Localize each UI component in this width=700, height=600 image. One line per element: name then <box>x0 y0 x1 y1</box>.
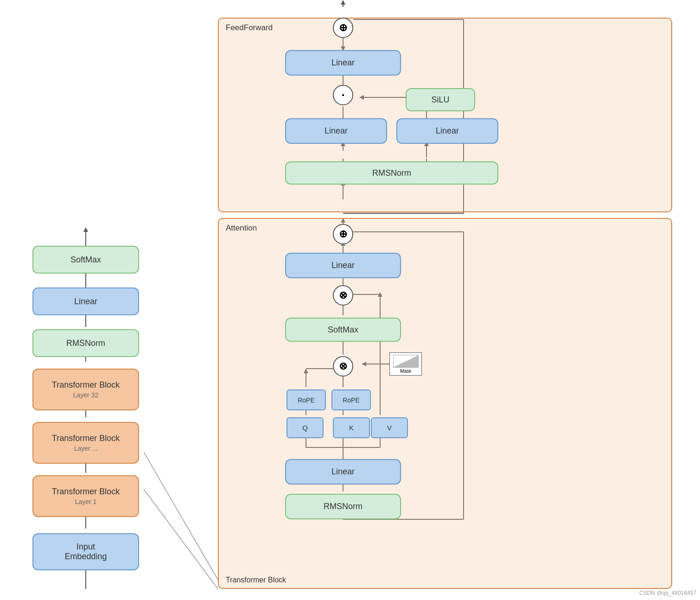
v-node: V <box>371 417 408 438</box>
k-label: K <box>349 424 354 432</box>
att-times2-circle: ⊗ <box>333 285 353 306</box>
ff-rmsnorm-node: RMSNorm <box>285 161 498 185</box>
ff-plus-symbol: ⊕ <box>339 22 347 34</box>
att-times2-symbol: ⊗ <box>339 289 347 301</box>
ff-linear-left-label: Linear <box>325 126 348 136</box>
att-softmax-label: SoftMax <box>328 325 358 335</box>
att-rmsnorm-node: RMSNorm <box>285 494 401 519</box>
ff-linear-right-node: Linear <box>396 118 498 144</box>
k-node: K <box>333 417 370 438</box>
att-linear-label: Linear <box>331 261 355 270</box>
svg-line-17 <box>144 489 218 589</box>
att-times1-symbol: ⊗ <box>339 360 347 372</box>
ff-silu-label: SiLU <box>431 95 449 105</box>
feedforward-label: FeedForward <box>226 23 273 32</box>
ff-plus-circle: ⊕ <box>333 18 353 38</box>
input-embedding-node: Input Embedding <box>32 533 139 570</box>
transformer-block-label: Transformer Block <box>226 576 286 584</box>
tb-dots-label: Transformer Block <box>52 433 120 444</box>
softmax-node: SoftMax <box>32 246 139 274</box>
att-linear-bottom-node: Linear <box>285 459 401 485</box>
tb1-label: Transformer Block <box>52 486 120 497</box>
rmsnorm-top-node: RMSNorm <box>32 329 139 357</box>
rope-q-node: RoPE <box>286 389 326 410</box>
ff-linear-top-label: Linear <box>331 58 355 68</box>
watermark: CSDN @qq_48016457 <box>639 590 696 596</box>
rmsnorm-top-label: RMSNorm <box>66 338 105 348</box>
ff-linear-right-label: Linear <box>436 126 459 136</box>
att-plus-symbol: ⊕ <box>339 228 347 240</box>
svg-marker-19 <box>341 0 345 5</box>
attention-label: Attention <box>226 223 257 233</box>
ff-silu-node: SiLU <box>406 88 475 111</box>
ff-linear-top-node: Linear <box>285 50 401 76</box>
tb-dots-node: Transformer Block Layer ... <box>32 422 139 464</box>
input-embedding-label2: Embedding <box>64 552 107 562</box>
svg-line-16 <box>144 452 218 580</box>
v-label: V <box>387 424 392 432</box>
ff-rmsnorm-label: RMSNorm <box>372 168 411 178</box>
rope-k-node: RoPE <box>331 389 371 410</box>
att-plus-circle: ⊕ <box>333 224 353 244</box>
att-softmax-node: SoftMax <box>285 318 401 342</box>
ff-dot-circle: · <box>333 85 353 105</box>
att-linear-node: Linear <box>285 253 401 278</box>
q-label: Q <box>302 424 308 432</box>
rope-q-label: RoPE <box>298 396 315 404</box>
att-linear-bottom-label: Linear <box>331 467 355 477</box>
linear-top-label: Linear <box>74 297 97 306</box>
softmax-label: SoftMax <box>70 255 101 265</box>
mask-node: Mask <box>389 352 422 376</box>
input-embedding-label: Input <box>76 542 95 552</box>
linear-top-node: Linear <box>32 287 139 315</box>
tb32-sublabel: Layer 32 <box>73 391 98 399</box>
tb1-node: Transformer Block Layer 1 <box>32 475 139 517</box>
mask-label: Mask <box>400 369 411 374</box>
diagram-container: SoftMax Linear RMSNorm Transformer Block… <box>0 0 700 600</box>
att-times1-circle: ⊗ <box>333 356 353 377</box>
tb32-node: Transformer Block Layer 32 <box>32 369 139 410</box>
tb32-label: Transformer Block <box>52 380 120 390</box>
ff-linear-left-node: Linear <box>285 118 387 144</box>
tb-dots-sublabel: Layer ... <box>74 444 98 453</box>
q-node: Q <box>286 417 324 438</box>
ff-dot-symbol: · <box>341 88 344 102</box>
rope-k-label: RoPE <box>343 396 360 404</box>
att-rmsnorm-label: RMSNorm <box>324 502 363 511</box>
svg-marker-15 <box>83 227 88 232</box>
mask-icon <box>393 355 419 368</box>
tb1-sublabel: Layer 1 <box>75 498 97 506</box>
